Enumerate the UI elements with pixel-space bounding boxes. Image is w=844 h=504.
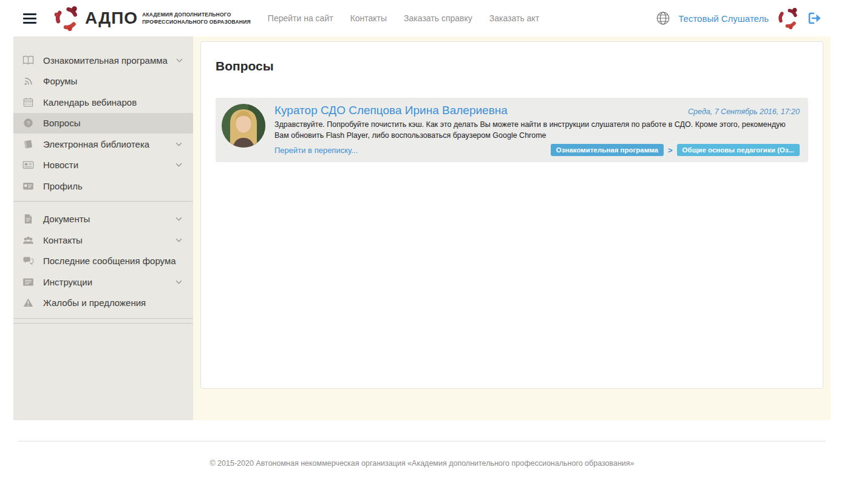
message-tags: Ознакомительная программа > Общие основы… bbox=[551, 144, 800, 156]
tag-program-badge[interactable]: Ознакомительная программа bbox=[551, 144, 664, 156]
sidebar-item-profile[interactable]: Профиль bbox=[13, 175, 193, 197]
sidebar-item-label: Календарь вебинаров bbox=[43, 97, 137, 107]
forum-waves-icon bbox=[22, 76, 35, 86]
footer-divider bbox=[18, 441, 826, 441]
message-body: Куратор СДО Слепцова Ирина Валериевна Ср… bbox=[274, 104, 800, 156]
chevron-down-icon bbox=[175, 238, 182, 242]
page-title: Вопросы bbox=[216, 59, 808, 73]
sidebar-item-label: Ознакомительная программа bbox=[43, 55, 168, 66]
sidebar-item-label: Инструкции bbox=[43, 277, 92, 287]
sidebar-item-label: Форумы bbox=[43, 76, 77, 86]
chevron-down-icon bbox=[175, 280, 182, 284]
message-text: Здравствуйте. Попробуйте почистить кэш. … bbox=[274, 119, 800, 141]
content-background: Вопросы Куратор СДО Слепцова И bbox=[193, 36, 831, 420]
user-avatar[interactable] bbox=[777, 7, 800, 30]
top-nav: Перейти на сайт Контакты Заказать справк… bbox=[268, 13, 539, 23]
workspace: Ознакомительная программа Форумы Календа… bbox=[13, 36, 831, 420]
main-panel: Вопросы Куратор СДО Слепцова И bbox=[200, 41, 823, 389]
adpo-emblem-icon bbox=[53, 5, 80, 32]
sidebar-item-label: Жалобы и предложения bbox=[43, 298, 146, 308]
chevron-down-icon bbox=[175, 163, 182, 167]
sidebar-item-instructions[interactable]: Инструкции bbox=[13, 271, 193, 293]
tag-separator: > bbox=[668, 146, 673, 155]
sidebar-item-label: Контакты bbox=[43, 235, 83, 245]
open-book-icon bbox=[22, 55, 35, 66]
calendar-icon bbox=[22, 97, 35, 107]
message-date: Среда, 7 Сентябрь 2016, 17:20 bbox=[688, 107, 800, 116]
book-icon bbox=[22, 139, 35, 149]
nav-link-contacts[interactable]: Контакты bbox=[350, 13, 387, 23]
question-message-card: Куратор СДО Слепцова Ирина Валериевна Ср… bbox=[216, 98, 808, 162]
sidebar-item-elibrary[interactable]: Электронная библиотека bbox=[13, 134, 193, 155]
document-icon bbox=[22, 214, 35, 224]
sidebar-item-documents[interactable]: Документы bbox=[13, 209, 193, 230]
sidebar-item-complaints[interactable]: Жалобы и предложения bbox=[13, 293, 193, 314]
footer-copyright: © 2015-2020 Автономная некоммерческая ор… bbox=[0, 459, 844, 468]
people-icon bbox=[22, 235, 35, 245]
tag-course-badge[interactable]: Общие основы педагогики (Оз... bbox=[677, 144, 800, 156]
sidebar-item-questions[interactable]: ? Вопросы bbox=[13, 113, 193, 134]
chevron-down-icon bbox=[175, 217, 182, 221]
sidebar-item-forums[interactable]: Форумы bbox=[13, 71, 193, 92]
sidebar-item-label: Новости bbox=[43, 160, 78, 170]
svg-text:?: ? bbox=[26, 120, 30, 126]
nav-link-go-to-site[interactable]: Перейти на сайт bbox=[268, 13, 333, 23]
nav-link-order-act[interactable]: Заказать акт bbox=[489, 13, 539, 23]
id-card-icon bbox=[22, 181, 35, 191]
avatar bbox=[222, 104, 265, 148]
top-bar: АДПО АКАДЕМИЯ ДОПОЛНИТЕЛЬНОГО ПРОФЕССИОН… bbox=[0, 0, 844, 36]
logout-icon[interactable] bbox=[808, 12, 822, 25]
sidebar-item-label: Профиль bbox=[43, 181, 83, 191]
logo-abbr: АДПО bbox=[85, 9, 138, 28]
sidebar-divider bbox=[13, 201, 193, 202]
sidebar-item-latest-forum-posts[interactable]: Последние сообщения форума bbox=[13, 251, 193, 272]
sidebar-item-label: Электронная библиотека bbox=[43, 139, 149, 149]
adpo-logo[interactable]: АДПО АКАДЕМИЯ ДОПОЛНИТЕЛЬНОГО ПРОФЕССИОН… bbox=[53, 5, 251, 32]
globe-icon[interactable] bbox=[656, 11, 670, 26]
logo-tagline: АКАДЕМИЯ ДОПОЛНИТЕЛЬНОГО ПРОФЕССИОНАЛЬНО… bbox=[142, 11, 251, 26]
user-name-link[interactable]: Тестовый Слушатель bbox=[678, 13, 769, 24]
sidebar-item-webinar-calendar[interactable]: Календарь вебинаров bbox=[13, 92, 193, 113]
footer: © 2015-2020 Автономная некоммерческая ор… bbox=[0, 441, 844, 468]
list-icon bbox=[22, 277, 35, 287]
chevron-down-icon bbox=[175, 142, 182, 146]
chat-bubbles-icon bbox=[22, 256, 35, 266]
question-circle-icon: ? bbox=[22, 118, 35, 128]
chevron-down-icon bbox=[176, 58, 183, 63]
top-right-controls: Тестовый Слушатель bbox=[656, 7, 822, 30]
message-author-link[interactable]: Куратор СДО Слепцова Ирина Валериевна bbox=[274, 104, 508, 117]
sidebar-divider bbox=[13, 318, 193, 324]
go-to-conversation-link[interactable]: Перейти в переписку... bbox=[274, 146, 358, 155]
warning-triangle-icon bbox=[22, 298, 35, 308]
nav-link-order-certificate[interactable]: Заказать справку bbox=[404, 13, 472, 23]
sidebar-item-intro-program[interactable]: Ознакомительная программа bbox=[13, 50, 193, 71]
sidebar-item-label: Последние сообщения форума bbox=[43, 256, 176, 266]
sidebar-item-contacts[interactable]: Контакты bbox=[13, 230, 193, 251]
sidebar-item-label: Вопросы bbox=[43, 118, 80, 128]
sidebar-item-label: Документы bbox=[43, 214, 90, 224]
sidebar: Ознакомительная программа Форумы Календа… bbox=[13, 36, 193, 420]
newspaper-icon bbox=[22, 160, 35, 170]
sidebar-item-news[interactable]: Новости bbox=[13, 155, 193, 176]
hamburger-menu-icon[interactable] bbox=[23, 13, 36, 24]
